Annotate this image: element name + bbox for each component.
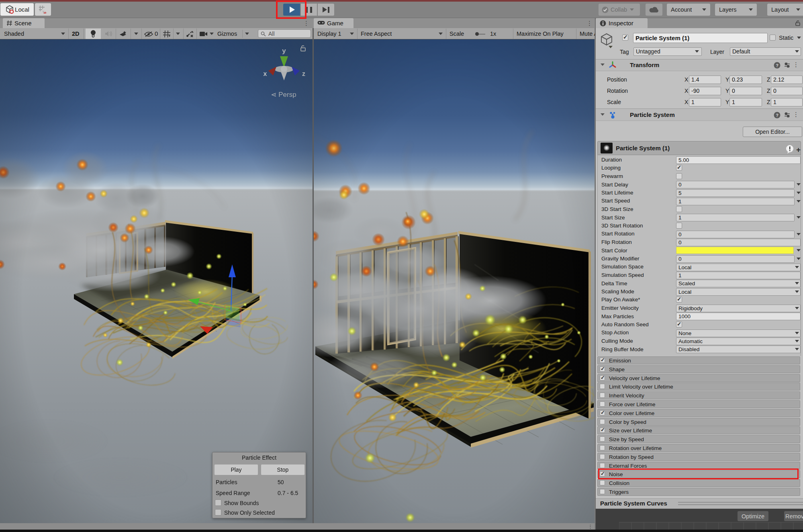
svg-text:?: ? xyxy=(776,63,778,68)
svg-text:?: ? xyxy=(776,113,778,118)
